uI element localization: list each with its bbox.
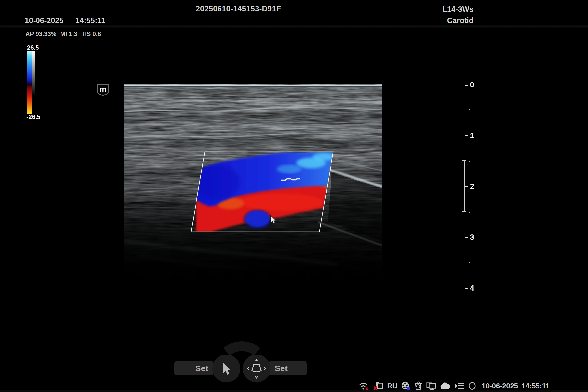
probe-name: L14-3Ws <box>442 5 474 14</box>
depth-tick-4 <box>465 288 468 288</box>
depth-halftick <box>469 212 470 213</box>
taskbar-time: 14:55:11 <box>522 382 550 390</box>
video-record-icon[interactable] <box>401 381 410 391</box>
language-indicator[interactable]: RU <box>387 382 398 390</box>
pointer-icon <box>223 362 230 374</box>
system-taskbar: RU <box>359 381 550 391</box>
depth-label-4: 4 <box>470 284 474 293</box>
depth-halftick <box>469 109 470 110</box>
grayscale-bar <box>32 52 35 96</box>
mouse-cursor <box>270 215 278 226</box>
trackball-fan-indicator <box>221 336 263 355</box>
taskbar-strip <box>0 390 588 392</box>
focus-zone-cap-top <box>462 160 466 161</box>
dual-display-icon[interactable] <box>426 381 436 390</box>
status-ring-icon[interactable] <box>468 382 476 390</box>
exam-preset: Carotid <box>447 16 474 25</box>
hidden-menubar-shadow <box>0 24 588 28</box>
sonogram-image[interactable] <box>124 84 382 284</box>
depth-tick-3 <box>465 237 468 238</box>
exam-id: 20250610-145153-D91F <box>196 4 275 13</box>
cloud-icon[interactable] <box>440 382 450 390</box>
mindray-logo: m <box>96 84 109 96</box>
depth-label-3: 3 <box>470 233 474 242</box>
depth-halftick <box>469 161 470 162</box>
mechanical-index: MI 1.3 <box>60 30 77 37</box>
recycle-bin-icon[interactable] <box>414 381 422 390</box>
cursor-arrow-icon <box>271 215 276 224</box>
depth-label-1: 1 <box>470 131 474 140</box>
velocity-scale-min: -26.5 <box>26 114 40 120</box>
depth-halftick <box>469 262 470 263</box>
trackball-probe-icon <box>242 354 270 382</box>
flow-blue-blob <box>245 210 270 227</box>
set-button-left[interactable]: Set <box>174 361 214 375</box>
depth-tick-1 <box>465 135 468 136</box>
trackball-key[interactable] <box>242 354 270 382</box>
depth-tick-2 <box>465 186 468 187</box>
acoustic-output-readout: AP 93.33%MI 1.3TIS 0.8 <box>26 30 105 38</box>
header-time: 14:55:11 <box>76 16 105 25</box>
focus-zone-marker[interactable] <box>464 160 464 211</box>
display-disconnected-icon[interactable] <box>373 381 384 390</box>
set-button-right[interactable]: Set <box>269 361 307 375</box>
velocity-scale-max: 26.5 <box>27 44 39 51</box>
header-date: 10-06-2025 <box>25 16 64 25</box>
pointer-mode-key[interactable] <box>212 354 240 382</box>
depth-label-0: 0 <box>470 80 474 90</box>
wifi-disconnected-icon[interactable] <box>359 382 370 390</box>
depth-label-2: 2 <box>470 182 474 191</box>
depth-tick-0 <box>465 84 468 86</box>
task-queue-icon[interactable] <box>454 382 464 390</box>
color-doppler-scale-bar <box>27 52 32 114</box>
header-datetime: 10-06-202514:55:11 <box>25 16 105 25</box>
taskbar-date: 10-06-2025 <box>482 382 518 390</box>
focus-zone-cap-bottom <box>462 211 466 212</box>
acoustic-power: AP 93.33% <box>26 30 56 37</box>
logo-letter: m <box>100 85 106 94</box>
thermal-index: TIS 0.8 <box>81 30 101 37</box>
ultrasound-screen: 20250610-145153-D91F L14-3Ws Carotid 10-… <box>0 0 588 392</box>
